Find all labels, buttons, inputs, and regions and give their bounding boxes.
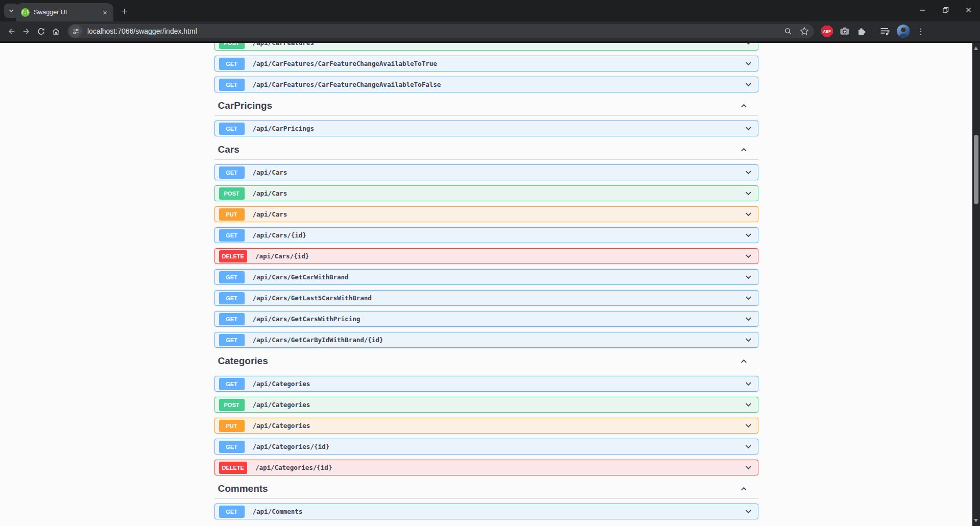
- section-header-carpricings[interactable]: CarPricings: [214, 99, 758, 116]
- operation-path: /api/Cars: [253, 169, 288, 176]
- chevron-up-icon[interactable]: [739, 145, 749, 155]
- tab-strip: {:} Swagger UI × +: [0, 0, 980, 21]
- chevron-down-icon[interactable]: [744, 335, 753, 345]
- adblock-extension-icon[interactable]: ABP: [821, 26, 833, 37]
- operation-row[interactable]: GET/api/Comments: [214, 504, 758, 519]
- window-controls: [911, 0, 980, 21]
- site-settings-button[interactable]: [69, 25, 82, 38]
- operation-row[interactable]: GET/api/CarFeatures/CarFeatureChangeAvai…: [214, 56, 758, 71]
- browser-menu-kebab-icon[interactable]: ⋮: [916, 27, 925, 36]
- close-icon: [964, 6, 973, 14]
- minimize-button[interactable]: [911, 0, 934, 19]
- operation-row[interactable]: POST/api/Categories: [214, 397, 758, 413]
- swagger-operations: POST/api/CarFeaturesGET/api/CarFeatures/…: [214, 43, 758, 519]
- operation-path: /api/CarPricings: [253, 125, 314, 132]
- search-tabs-button[interactable]: [784, 27, 793, 36]
- page-content: POST/api/CarFeaturesGET/api/CarFeatures/…: [0, 43, 972, 526]
- back-button[interactable]: [4, 24, 19, 39]
- chevron-down-icon[interactable]: [744, 421, 753, 431]
- chevron-down-icon[interactable]: [744, 124, 753, 133]
- operation-row[interactable]: GET/api/CarPricings: [214, 121, 758, 136]
- method-badge: GET: [219, 506, 245, 518]
- chevron-down-icon: [7, 7, 15, 15]
- operation-row[interactable]: PUT/api/Categories: [214, 418, 758, 434]
- active-tab[interactable]: {:} Swagger UI ×: [16, 3, 113, 21]
- section-header-categories[interactable]: Categories: [214, 354, 758, 371]
- bookmark-button[interactable]: [800, 27, 809, 36]
- home-icon: [52, 27, 60, 36]
- method-badge: GET: [219, 58, 245, 70]
- reload-button[interactable]: [34, 24, 49, 39]
- chevron-down-icon[interactable]: [744, 230, 753, 240]
- chevron-down-icon[interactable]: [744, 442, 753, 451]
- chevron-down-icon[interactable]: [744, 293, 753, 303]
- chevron-down-icon[interactable]: [744, 463, 753, 472]
- method-badge: GET: [219, 313, 245, 325]
- method-badge: DELETE: [219, 462, 247, 474]
- tab-close-icon[interactable]: ×: [102, 8, 108, 17]
- operation-row[interactable]: GET/api/Cars/{id}: [214, 227, 758, 243]
- operation-path: /api/CarFeatures/CarFeatureChangeAvailab…: [253, 60, 437, 67]
- operation-row[interactable]: GET/api/Cars/GetCarByIdWithBrand/{id}: [214, 332, 758, 348]
- operation-row[interactable]: GET/api/CarFeatures/CarFeatureChangeAvai…: [214, 77, 758, 92]
- operation-path: /api/Cars/GetCarWithBrand: [253, 273, 349, 281]
- operation-row[interactable]: GET/api/Cars/GetCarWithBrand: [214, 269, 758, 285]
- method-badge: PUT: [219, 208, 245, 221]
- operation-path: /api/Cars/GetCarsWithPricing: [253, 315, 361, 323]
- operation-row[interactable]: GET/api/Cars/GetCarsWithPricing: [214, 311, 758, 327]
- scrollbar-track[interactable]: [972, 43, 980, 526]
- scroll-down-arrow[interactable]: [974, 519, 978, 522]
- chevron-down-icon[interactable]: [744, 59, 753, 68]
- chevron-down-icon[interactable]: [744, 400, 753, 410]
- operation-row[interactable]: DELETE/api/Categories/{id}: [214, 460, 758, 475]
- chevron-down-icon[interactable]: [744, 80, 753, 89]
- operation-path: /api/Comments: [253, 508, 303, 515]
- section-header-cars[interactable]: Cars: [214, 142, 758, 160]
- screenshot-extension-icon[interactable]: [839, 26, 850, 37]
- address-bar[interactable]: localhost:7066/swagger/index.html: [67, 24, 814, 38]
- operation-row[interactable]: GET/api/Categories/{id}: [214, 439, 758, 455]
- profile-avatar[interactable]: [897, 25, 910, 38]
- site-settings-icon: [72, 28, 80, 35]
- chevron-down-icon[interactable]: [744, 168, 753, 177]
- home-button[interactable]: [49, 24, 63, 39]
- chevron-down-icon[interactable]: [744, 251, 753, 261]
- chevron-down-icon[interactable]: [744, 209, 753, 219]
- scrollbar-thumb[interactable]: [974, 135, 978, 204]
- operation-row[interactable]: POST/api/Cars: [214, 185, 758, 201]
- extensions-puzzle-icon[interactable]: [856, 26, 867, 36]
- browser-toolbar: localhost:7066/swagger/index.html ABP: [0, 21, 980, 43]
- url-text: localhost:7066/swagger/index.html: [87, 27, 777, 35]
- operation-row[interactable]: GET/api/Categories: [214, 376, 758, 392]
- forward-button[interactable]: [19, 24, 34, 39]
- chevron-up-icon[interactable]: [739, 356, 749, 366]
- scroll-up-arrow[interactable]: [974, 46, 978, 50]
- chevron-down-icon[interactable]: [744, 314, 753, 324]
- section-header-comments[interactable]: Comments: [214, 482, 758, 499]
- method-badge: GET: [219, 166, 245, 179]
- section-title: Categories: [218, 355, 268, 367]
- new-tab-button[interactable]: +: [117, 4, 132, 18]
- operation-row[interactable]: GET/api/Cars/GetLast5CarsWithBrand: [214, 290, 758, 306]
- operation-row[interactable]: GET/api/Cars: [214, 164, 758, 180]
- chevron-down-icon[interactable]: [744, 188, 753, 198]
- chevron-up-icon[interactable]: [739, 484, 749, 494]
- toolbar-divider: [873, 26, 873, 36]
- operation-path: /api/Cars/{id}: [253, 231, 306, 239]
- operation-row[interactable]: PUT/api/Cars: [214, 206, 758, 222]
- chevron-down-icon[interactable]: [744, 379, 753, 389]
- window-close-button[interactable]: [957, 0, 980, 19]
- operation-row[interactable]: DELETE/api/Cars/{id}: [214, 248, 758, 264]
- method-badge: POST: [219, 187, 245, 200]
- method-badge: GET: [219, 79, 245, 91]
- chevron-down-icon[interactable]: [744, 43, 753, 47]
- method-badge: GET: [219, 123, 245, 135]
- operation-row[interactable]: POST/api/CarFeatures: [214, 43, 758, 51]
- method-badge: POST: [219, 43, 245, 49]
- tab-title: Swagger UI: [34, 9, 102, 16]
- chevron-down-icon[interactable]: [744, 507, 753, 516]
- restore-button[interactable]: [934, 0, 957, 19]
- chevron-down-icon[interactable]: [744, 272, 753, 282]
- media-queue-icon[interactable]: [879, 26, 891, 37]
- chevron-up-icon[interactable]: [739, 101, 749, 111]
